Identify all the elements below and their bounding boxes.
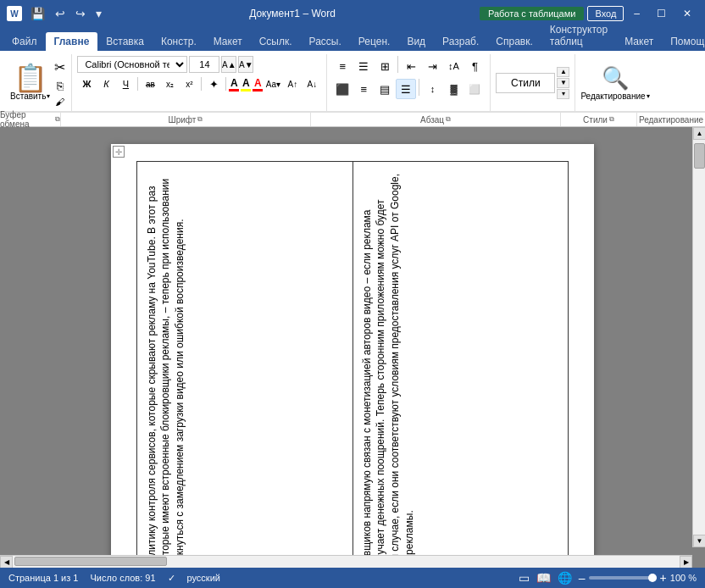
font-size-increase-button[interactable]: A▲ [221, 56, 236, 73]
styles-expand-button[interactable]: ▾ [557, 89, 569, 99]
shading-button[interactable]: ▓ [443, 79, 464, 99]
paste-button[interactable]: 📋 Вставить ▾ [10, 64, 50, 101]
text-color-button[interactable]: A [253, 77, 263, 92]
italic-button[interactable]: К [97, 75, 115, 92]
subscript-button[interactable]: x₂ [160, 75, 179, 92]
vertical-scrollbar: ▲ ▼ [692, 127, 705, 547]
clear-format-button[interactable]: ✦ [204, 75, 223, 92]
increase-indent-button[interactable]: ⇥ [422, 56, 442, 76]
view-web-button[interactable]: 🌐 [558, 571, 572, 585]
cut-button[interactable]: ✂ [53, 58, 66, 76]
vertical-scroll-thumb[interactable] [694, 143, 705, 169]
clipboard-content: 📋 Вставить ▾ ✂ ⎘ 🖌 [10, 56, 66, 109]
sort-button[interactable]: ↕A [443, 56, 464, 76]
quick-customize-button[interactable]: ▾ [92, 5, 105, 22]
tab-developer[interactable]: Разраб. [434, 32, 487, 51]
zoom-level[interactable]: 100 % [670, 573, 697, 583]
editing-group: 🔍 Редактирование ▾ [575, 54, 654, 111]
numbering-button[interactable]: ☰ [353, 56, 374, 76]
scroll-right-button[interactable]: ▶ [680, 556, 692, 569]
paragraph-group: ≡ ☰ ⊞ ⇤ ⇥ ↕A ¶ ⬛ ≡ ▤ ☰ ↕ ▓ ⬜ [327, 54, 491, 111]
vertical-scroll-track[interactable] [693, 140, 705, 535]
align-right-button[interactable]: ▤ [375, 79, 395, 99]
styles-gallery[interactable]: Стили [496, 73, 555, 93]
zoom-out-button[interactable]: – [579, 571, 586, 585]
page-content: В Google сообщили, что ужесточают полити… [111, 144, 594, 568]
quick-save-button[interactable]: 💾 [27, 5, 48, 22]
font-color-button[interactable]: A [229, 77, 239, 92]
quick-undo-button[interactable]: ↩ [52, 5, 69, 22]
paragraph-label[interactable]: Абзац⧉ [311, 112, 561, 126]
font-size-decrease-button[interactable]: A▼ [238, 56, 253, 73]
tab-review[interactable]: Рецен. [350, 32, 399, 51]
justify-button[interactable]: ☰ [396, 79, 416, 99]
tab-help2[interactable]: Помощь [662, 32, 705, 51]
highlight-button[interactable]: A [241, 77, 251, 92]
tab-layout[interactable]: Макет [205, 32, 251, 51]
view-read-button[interactable]: 📖 [536, 571, 551, 585]
ribbon-tab-bar: Файл Главне Вставка Констр. Макет Ссылк.… [0, 27, 705, 51]
table-cell-1[interactable]: В Google сообщили, что ужесточают полити… [137, 162, 353, 569]
styles-arrows: ▲ ▼ ▾ [557, 67, 569, 99]
spell-check-icon[interactable]: ✓ [168, 573, 175, 584]
format-painter-button[interactable]: 🖌 [53, 96, 66, 108]
tab-help[interactable]: Справк. [487, 32, 541, 51]
title-bar-left: W 💾 ↩ ↪ ▾ [7, 5, 105, 22]
view-normal-button[interactable]: ▭ [519, 571, 530, 585]
styles-scroll-down-button[interactable]: ▼ [557, 78, 569, 88]
tab-mailings[interactable]: Рассы. [301, 32, 350, 51]
tab-home[interactable]: Главне [46, 32, 98, 51]
scroll-up-button[interactable]: ▲ [693, 127, 705, 140]
table-cell-2[interactable]: В Google отмечают, что запрет блокировщи… [352, 162, 569, 569]
tab-references[interactable]: Ссылк. [251, 32, 301, 51]
show-marks-button[interactable]: ¶ [464, 56, 485, 76]
zoom-in-button[interactable]: + [660, 571, 667, 585]
tab-table-layout[interactable]: Макет [616, 32, 662, 51]
page-handle[interactable]: ✛ [113, 146, 125, 158]
clipboard-group: 📋 Вставить ▾ ✂ ⎘ 🖌 [5, 54, 72, 111]
scroll-left-button[interactable]: ◀ [0, 556, 13, 569]
horizontal-scroll-thumb[interactable] [14, 557, 167, 566]
font-case-button[interactable]: Aa▾ [264, 75, 282, 92]
styles-label[interactable]: Стили⧉ [561, 112, 637, 126]
zoom-track[interactable] [589, 576, 657, 580]
font-size-input[interactable] [189, 56, 219, 73]
sign-in-button[interactable]: Вход [587, 6, 624, 21]
bullets-button[interactable]: ≡ [332, 56, 352, 76]
tab-view[interactable]: Вид [398, 32, 434, 51]
text-grow-button[interactable]: A↑ [283, 75, 302, 92]
borders-button[interactable]: ⬜ [464, 79, 485, 99]
tab-file[interactable]: Файл [3, 32, 46, 51]
superscript-button[interactable]: x² [180, 75, 198, 92]
scroll-down-button[interactable]: ▼ [693, 535, 705, 547]
underline-button[interactable]: Ч [116, 75, 135, 92]
tab-insert[interactable]: Вставка [97, 32, 153, 51]
document-page: ✛ В Google сообщили, что ужесточают поли… [111, 144, 594, 568]
editing-content: 🔍 Редактирование ▾ [580, 56, 649, 109]
text-shrink-button[interactable]: A↓ [303, 75, 321, 92]
window-minimize-button[interactable]: – [627, 6, 647, 21]
zoom-thumb [648, 574, 657, 582]
font-label[interactable]: Шрифт⧉ [61, 112, 311, 126]
align-center-button[interactable]: ≡ [353, 79, 374, 99]
language-label[interactable]: русский [187, 573, 220, 583]
tab-design[interactable]: Констр. [153, 32, 205, 51]
quick-redo-button[interactable]: ↪ [72, 5, 89, 22]
window-close-button[interactable]: ✕ [676, 6, 698, 21]
copy-button[interactable]: ⎘ [53, 79, 66, 93]
line-spacing-button[interactable]: ↕ [422, 79, 442, 99]
bold-button[interactable]: Ж [77, 75, 96, 92]
window-restore-button[interactable]: ☐ [650, 6, 673, 21]
decrease-indent-button[interactable]: ⇤ [401, 56, 421, 76]
ribbon: 📋 Вставить ▾ ✂ ⎘ 🖌 Calibri (Основной тек… [0, 51, 705, 127]
tab-table-design[interactable]: Конструктор таблиц [541, 20, 616, 51]
document-title: Документ1 – Word [249, 8, 336, 19]
font-name-select[interactable]: Calibri (Основной текст) [77, 56, 187, 73]
clipboard-label[interactable]: Буфер обмена⧉ [0, 112, 61, 126]
styles-scroll-up-button[interactable]: ▲ [557, 67, 569, 77]
multilevel-list-button[interactable]: ⊞ [375, 56, 395, 76]
editing-label-row[interactable]: Редактирование [637, 112, 705, 126]
align-left-button[interactable]: ⬛ [332, 79, 352, 99]
horizontal-scroll-track[interactable] [13, 556, 680, 568]
strikethrough-button[interactable]: ав [141, 75, 159, 92]
